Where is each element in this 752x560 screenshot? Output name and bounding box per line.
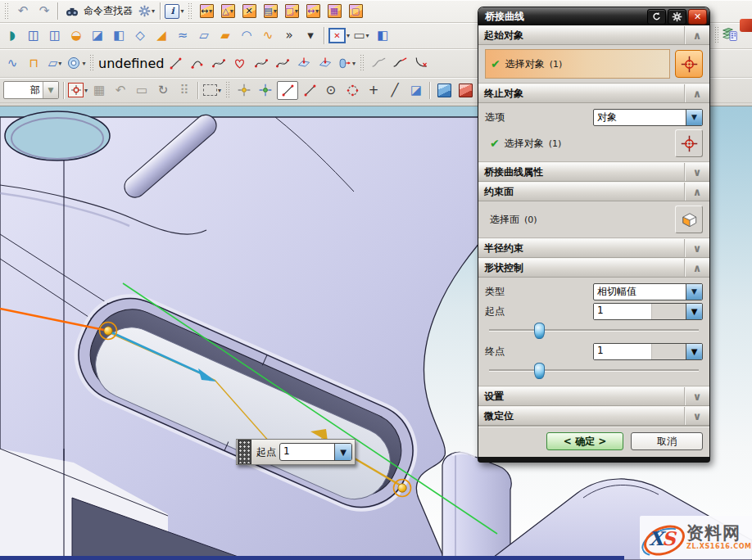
floating-input-field[interactable]: 1 [280,444,334,460]
dropdown-caret-icon[interactable]: ▾ [180,7,183,15]
start-select-crosshair-button[interactable] [675,50,703,78]
section-header-shape-control[interactable]: 形状控制 ∧ [478,258,709,278]
command-finder-icon[interactable] [62,2,82,20]
bend-icon[interactable]: ∿ [258,26,278,45]
dropdown-caret-icon[interactable]: ▾ [58,60,61,67]
delete-face-icon[interactable]: ✕ [239,2,259,20]
dialog-titlebar[interactable]: 桥接曲线 ✕ [478,7,709,25]
toolbar-drag-handle[interactable] [714,26,720,44]
command-finder-label[interactable]: 命令查找器 [84,4,133,18]
cancel-button[interactable]: 取消 [631,432,703,450]
shaded-view-cube-icon[interactable] [434,81,454,100]
dropdown-caret-icon[interactable]: ▾ [230,7,233,15]
extract-curve-icon[interactable]: ▾ [337,54,356,73]
spinner-dropdown-icon[interactable]: ▼ [686,304,702,319]
section-header-micro-positioning[interactable]: 微定位 ∨ [478,406,709,426]
project-curve-icon[interactable] [294,54,314,73]
center-snap-icon[interactable]: ⊙ [321,81,341,100]
end-value-spinner[interactable]: 1 ▼ [593,343,703,360]
toolbar-drag-handle[interactable] [360,54,365,72]
expand-chevron-icon[interactable]: ∨ [684,407,709,425]
toolbar-drag-handle[interactable] [89,54,95,72]
combo-dropdown-icon[interactable]: ▼ [686,110,702,125]
inactive-drag-icon[interactable]: ⠿ [174,81,194,100]
marquee-select-icon[interactable]: ▾ [202,81,222,100]
dropdown-caret-icon[interactable]: ▾ [274,7,277,15]
dropdown-caret-icon[interactable]: ▼ [43,82,58,98]
section-header-end-object[interactable]: 终止对象 ∧ [478,84,709,103]
section-header-start-object[interactable]: 起始对象 ∧ [478,25,709,45]
scope-dropdown[interactable]: 部▼ [3,81,59,99]
draft-icon[interactable]: ◢ [152,26,171,45]
laptop-icon[interactable]: ▭▾ [351,26,371,45]
mirror-body-icon[interactable]: ◫ [45,26,65,45]
dropdown-caret-icon[interactable]: ▾ [315,7,319,15]
bridge-curve-icon[interactable] [390,54,410,73]
model-boss[interactable] [442,452,511,560]
layer-settings-icon[interactable] [720,25,740,43]
sew-icon[interactable]: ≈ [173,26,193,45]
floating-input-dropdown-icon[interactable]: ▼ [334,444,351,460]
dropdown-caret-icon[interactable]: ▾ [84,87,88,94]
end-select-row[interactable]: ✔ 选择对象 (1) [485,131,670,156]
collapse-chevron-icon[interactable]: ∧ [684,259,709,277]
spline-edit-icon[interactable] [251,54,271,73]
sweep-icon[interactable]: ∿ [2,54,22,73]
wrap-icon[interactable]: ◠ [237,26,256,45]
quadrant-snap-icon[interactable] [342,81,362,100]
collapse-chevron-icon[interactable]: ∧ [684,26,709,44]
intersect-curve-icon[interactable] [315,54,335,73]
customize-tools-icon[interactable]: ▾ [137,2,156,20]
redo-icon[interactable]: ↷ [34,2,54,20]
offset-surface-icon[interactable]: ▰ [215,26,235,45]
split-body-icon[interactable]: ◧ [109,26,129,45]
arc-icon[interactable] [188,54,207,73]
bridge-ghost-icon[interactable] [369,54,388,73]
dialog-reset-icon[interactable] [647,9,666,25]
dropdown-caret-icon[interactable]: ▾ [352,60,356,67]
partial-tool-icon[interactable]: ◗ [2,26,22,45]
slider-thumb[interactable] [534,363,545,379]
end-select-crosshair-button[interactable] [675,129,703,157]
start-select-row[interactable]: ✔ 选择对象 (1) [485,49,670,79]
expand-chevron-icon[interactable]: ∨ [684,239,709,257]
copy-face-icon[interactable]: ▤▾ [260,2,280,20]
face-snap-icon[interactable]: ◪ [406,81,426,100]
slider-thumb[interactable] [534,323,545,339]
linear-dimension-icon[interactable]: ↔▾ [303,2,323,20]
dropdown-caret-icon[interactable]: ▾ [366,32,369,39]
end-option-combo[interactable]: 对象 ▼ [593,109,703,126]
dialog-close-icon[interactable]: ✕ [688,9,707,25]
snap-settings-icon[interactable] [256,81,275,100]
fit-window-icon[interactable]: ✕▾ [328,26,350,45]
clipped-cube-icon[interactable]: ◧ [373,26,392,45]
clipped-red-icon[interactable] [740,19,752,32]
move-face-icon[interactable]: ↔▾ [197,2,216,20]
wireframe-view-cube-icon[interactable] [455,81,475,100]
combo-dropdown-icon[interactable]: ▼ [686,284,702,300]
overflow-caret-icon[interactable]: ▾ [301,26,320,45]
expand-chevron-icon[interactable]: ∨ [684,163,709,181]
rotate-point-icon[interactable]: ↻ [153,81,173,100]
start-value-slider[interactable] [487,322,701,338]
overflow-chevrons-icon[interactable]: » [279,26,299,45]
dropdown-caret-icon[interactable]: ▾ [218,87,221,94]
shell-body-icon[interactable]: ▢ [346,2,365,20]
pattern-face-icon[interactable]: ▦ [324,2,344,20]
drag-handle-icon[interactable] [238,440,251,464]
closed-spline-icon[interactable] [230,54,250,73]
trim-body-icon[interactable]: ◪ [88,26,107,45]
boss-icon[interactable]: ⊓ [24,54,43,73]
spline-edit2-icon[interactable] [273,54,292,73]
dropdown-caret-icon[interactable]: ▾ [209,7,212,15]
toolbar-drag-handle[interactable] [225,81,231,99]
flatten-sheet-icon[interactable]: ▱▾ [45,54,65,73]
point-on-curve-snap-icon[interactable] [300,81,319,100]
collapse-chevron-icon[interactable]: ∧ [684,84,709,102]
dome-icon[interactable]: ◒ [66,26,86,45]
dialog-settings-gear-icon[interactable] [668,9,686,25]
dropdown-caret-icon[interactable]: ▾ [347,32,350,39]
thicken-icon[interactable]: ▱ [194,26,214,45]
shape-type-combo[interactable]: 相切幅值 ▼ [593,283,703,300]
face-select-cube-button[interactable] [675,205,703,233]
